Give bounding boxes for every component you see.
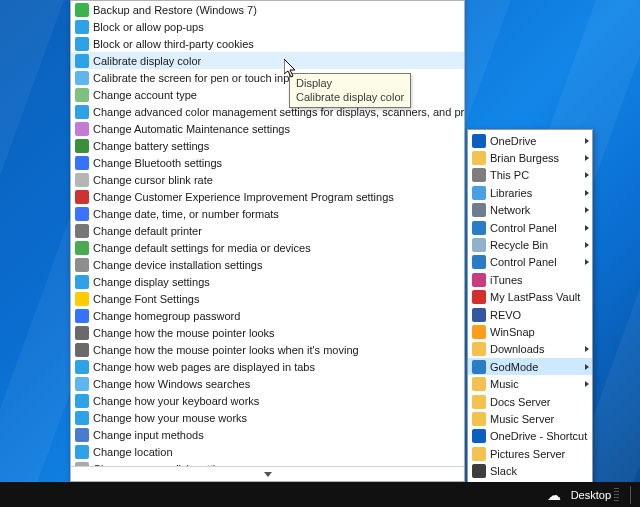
list-item[interactable]: Change how the mouse pointer looks (71, 324, 464, 341)
list-item[interactable]: Change display settings (71, 273, 464, 290)
item-label: Change homegroup password (93, 310, 240, 322)
list-item[interactable]: Change default printer (71, 222, 464, 239)
item-label: Change default settings for media or dev… (93, 242, 311, 254)
tooltip-line2: Calibrate display color (296, 90, 404, 104)
desktop-toolbar-menu[interactable]: OneDriveBrian BurgessThis PCLibrariesNet… (467, 129, 593, 507)
menu-icon (472, 360, 486, 374)
menu-item[interactable]: Recycle Bin (468, 236, 592, 253)
menu-item[interactable]: iTunes (468, 271, 592, 288)
scroll-down-hint[interactable] (71, 466, 464, 481)
menu-label: Pictures Server (490, 448, 565, 460)
menu-item[interactable]: Downloads (468, 341, 592, 358)
item-label: Change account type (93, 89, 197, 101)
item-icon (75, 88, 89, 102)
item-icon (75, 139, 89, 153)
menu-icon (472, 151, 486, 165)
menu-icon (472, 168, 486, 182)
item-icon (75, 20, 89, 34)
menu-item[interactable]: My LastPass Vault (468, 289, 592, 306)
menu-label: Downloads (490, 343, 544, 355)
submenu-arrow-icon (585, 172, 589, 178)
list-item[interactable]: Change how your mouse works (71, 409, 464, 426)
submenu-arrow-icon (585, 207, 589, 213)
menu-item[interactable]: Libraries (468, 184, 592, 201)
list-item[interactable]: Change Automatic Maintenance settings (71, 120, 464, 137)
menu-item[interactable]: OneDrive (468, 132, 592, 149)
list-item[interactable]: Change Font Settings (71, 290, 464, 307)
list-item[interactable]: Change date, time, or number formats (71, 205, 464, 222)
list-item[interactable]: Change Customer Experience Improvement P… (71, 188, 464, 205)
item-label: Change Automatic Maintenance settings (93, 123, 290, 135)
item-icon (75, 224, 89, 238)
menu-item[interactable]: GodMode (468, 358, 592, 375)
list-item[interactable]: Change how web pages are displayed in ta… (71, 358, 464, 375)
list-item[interactable]: Block or allow pop-ups (71, 18, 464, 35)
list-item[interactable]: Change input methods (71, 426, 464, 443)
list-item[interactable]: Change Bluetooth settings (71, 154, 464, 171)
item-label: Change how Windows searches (93, 378, 250, 390)
submenu-arrow-icon (585, 259, 589, 265)
list-item[interactable]: Change battery settings (71, 137, 464, 154)
menu-item[interactable]: This PC (468, 167, 592, 184)
taskbar[interactable]: ☁ Desktop (0, 482, 640, 507)
item-label: Change how web pages are displayed in ta… (93, 361, 315, 373)
item-icon (75, 156, 89, 170)
menu-label: Docs Server (490, 396, 551, 408)
item-icon (75, 241, 89, 255)
list-item[interactable]: Block or allow third-party cookies (71, 35, 464, 52)
list-item[interactable]: Change device installation settings (71, 256, 464, 273)
item-icon (75, 343, 89, 357)
item-label: Change display settings (93, 276, 210, 288)
menu-item[interactable]: WinSnap (468, 323, 592, 340)
item-icon (75, 173, 89, 187)
list-item[interactable]: Change how your keyboard works (71, 392, 464, 409)
list-item[interactable]: Change how the mouse pointer looks when … (71, 341, 464, 358)
item-label: Block or allow pop-ups (93, 21, 204, 33)
list-item[interactable]: Change location (71, 443, 464, 460)
menu-item[interactable]: OneDrive - Shortcut (468, 428, 592, 445)
menu-label: REVO (490, 309, 521, 321)
menu-icon (472, 308, 486, 322)
menu-icon (472, 273, 486, 287)
menu-label: OneDrive (490, 135, 536, 147)
menu-item[interactable]: Music (468, 375, 592, 392)
menu-item[interactable]: Pictures Server (468, 445, 592, 462)
menu-item[interactable]: REVO (468, 306, 592, 323)
menu-item[interactable]: Slack (468, 462, 592, 479)
godmode-list[interactable]: Backup and Restore (Windows 7)Block or a… (71, 1, 464, 466)
menu-label: iTunes (490, 274, 523, 286)
tray-cloud-icon[interactable]: ☁ (547, 487, 561, 503)
menu-label: Brian Burgess (490, 152, 559, 164)
show-desktop-button[interactable] (630, 486, 636, 504)
list-item[interactable]: Change how Windows searches (71, 375, 464, 392)
menu-icon (472, 186, 486, 200)
menu-item[interactable]: Docs Server (468, 393, 592, 410)
item-label: Change how your mouse works (93, 412, 247, 424)
item-label: Block or allow third-party cookies (93, 38, 254, 50)
menu-icon (472, 221, 486, 235)
menu-icon (472, 412, 486, 426)
item-icon (75, 275, 89, 289)
item-icon (75, 309, 89, 323)
item-label: Change Bluetooth settings (93, 157, 222, 169)
menu-item[interactable]: Control Panel (468, 254, 592, 271)
menu-item[interactable]: Control Panel (468, 219, 592, 236)
list-item[interactable]: Change cursor blink rate (71, 171, 464, 188)
menu-item[interactable]: Brian Burgess (468, 149, 592, 166)
tooltip-line1: Display (296, 76, 404, 90)
list-item[interactable]: Backup and Restore (Windows 7) (71, 1, 464, 18)
menu-label: Control Panel (490, 222, 557, 234)
menu-label: GodMode (490, 361, 538, 373)
menu-label: Network (490, 204, 530, 216)
menu-label: Music (490, 378, 519, 390)
menu-item[interactable]: Network (468, 202, 592, 219)
menu-icon (472, 203, 486, 217)
menu-item[interactable]: Music Server (468, 410, 592, 427)
list-item[interactable]: Change default settings for media or dev… (71, 239, 464, 256)
toolbar-grip[interactable] (614, 488, 619, 502)
desktop-toolbar-button[interactable]: Desktop (571, 488, 619, 502)
menu-icon (472, 342, 486, 356)
item-icon (75, 360, 89, 374)
list-item[interactable]: Calibrate display color (71, 52, 464, 69)
list-item[interactable]: Change homegroup password (71, 307, 464, 324)
